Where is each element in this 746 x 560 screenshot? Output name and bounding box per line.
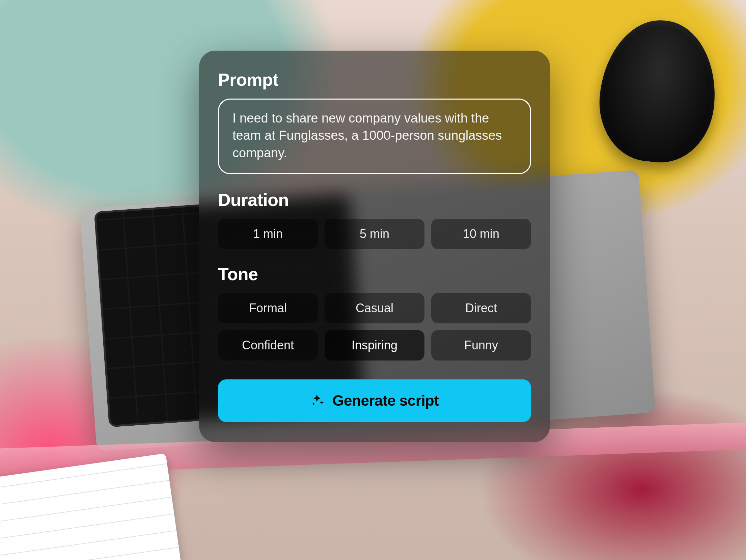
tone-options: Formal Casual Direct Confident Inspiring… (218, 293, 531, 361)
tone-option-inspiring[interactable]: Inspiring (325, 330, 424, 361)
generate-script-button[interactable]: Generate script (218, 379, 531, 422)
generate-script-label: Generate script (332, 392, 439, 409)
tone-option-formal[interactable]: Formal (218, 293, 318, 323)
tone-option-confident[interactable]: Confident (218, 330, 318, 361)
prompt-input[interactable]: I need to share new company values with … (218, 99, 531, 174)
duration-option-10min[interactable]: 10 min (431, 219, 531, 249)
duration-options: 1 min 5 min 10 min (218, 219, 531, 249)
tone-title: Tone (218, 264, 531, 284)
sparkle-icon (310, 393, 325, 408)
duration-title: Duration (218, 190, 531, 210)
prompt-title: Prompt (218, 70, 531, 90)
duration-option-5min[interactable]: 5 min (325, 219, 424, 249)
tone-option-direct[interactable]: Direct (431, 293, 531, 323)
bg-mouse (593, 15, 722, 167)
script-generator-card: Prompt I need to share new company value… (199, 51, 550, 442)
duration-option-1min[interactable]: 1 min (218, 219, 318, 249)
tone-option-funny[interactable]: Funny (431, 330, 531, 361)
tone-option-casual[interactable]: Casual (325, 293, 424, 323)
